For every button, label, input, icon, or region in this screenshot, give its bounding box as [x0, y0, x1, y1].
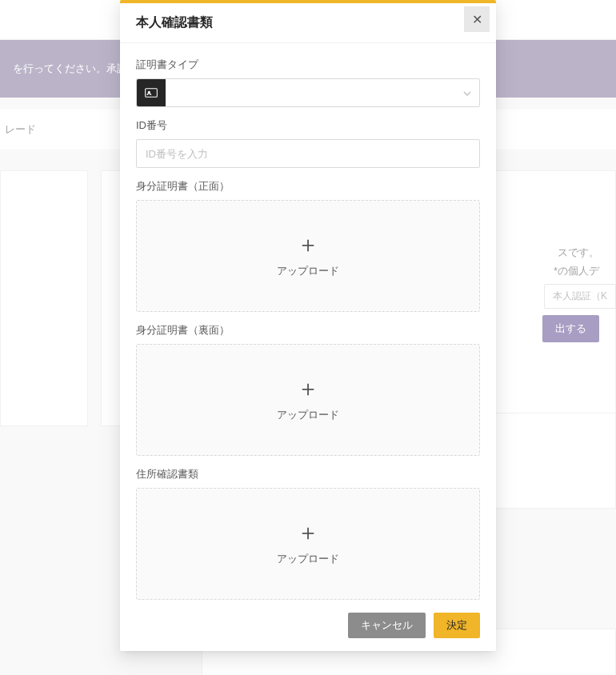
cert-type-select[interactable]	[136, 78, 480, 107]
id-back-upload[interactable]: ＋ アップロード	[136, 344, 480, 456]
modal-header: 本人確認書類 ✕	[120, 3, 496, 43]
svg-point-1	[148, 91, 150, 94]
close-button[interactable]: ✕	[464, 6, 490, 32]
upload-text-address: アップロード	[277, 552, 339, 566]
ok-button[interactable]: 決定	[434, 613, 480, 638]
upload-text-front: アップロード	[277, 264, 339, 278]
modal-footer: キャンセル 決定	[120, 603, 496, 651]
chevron-down-icon	[463, 87, 471, 98]
cert-type-field[interactable]	[166, 79, 479, 106]
id-back-label: 身分証明書（裏面）	[136, 323, 480, 338]
close-icon: ✕	[472, 12, 482, 27]
id-front-label: 身分証明書（正面）	[136, 179, 480, 194]
cancel-button[interactable]: キャンセル	[348, 613, 426, 638]
id-number-label: ID番号	[136, 118, 480, 133]
plus-icon: ＋	[297, 234, 319, 256]
address-proof-label: 住所確認書類	[136, 467, 480, 481]
address-proof-upload[interactable]: ＋ アップロード	[136, 488, 480, 600]
id-front-upload[interactable]: ＋ アップロード	[136, 200, 480, 312]
plus-icon: ＋	[297, 521, 319, 544]
svg-rect-0	[146, 89, 158, 98]
plus-icon: ＋	[297, 377, 319, 400]
modal-body: 証明書タイプ ID番号 身分証明書（正面） ＋ アップロード 身分証明書（裏面）	[120, 43, 496, 603]
upload-text-back: アップロード	[277, 408, 339, 422]
id-card-icon	[137, 79, 166, 106]
cert-type-label: 証明書タイプ	[136, 58, 480, 72]
kyc-modal: 本人確認書類 ✕ 証明書タイプ ID番号 身分証明書（正面）	[120, 0, 496, 651]
modal-title: 本人確認書類	[136, 14, 213, 31]
id-number-input[interactable]	[136, 139, 480, 168]
